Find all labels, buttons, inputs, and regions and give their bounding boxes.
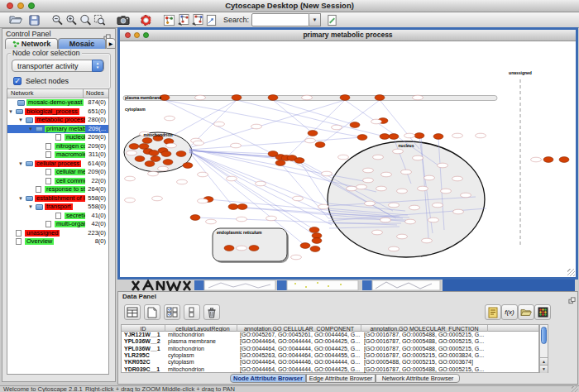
tree-row[interactable]: mosaic-demo-yeast874(0)	[7, 98, 108, 108]
zoom-in-icon[interactable]	[65, 13, 79, 26]
search-options-icon[interactable]	[325, 13, 339, 26]
table-row[interactable]: YPL036W__1mitochondrion[GO:0044464, GO:0…	[122, 346, 538, 352]
tree-row-node-count: 311(0)	[89, 151, 106, 160]
network-view-frame[interactable]: primary metabolic process plasma membran…	[117, 27, 578, 280]
node-label-oval	[531, 157, 542, 162]
attribute-browser-tab[interactable]: Node Attribute Browser	[230, 374, 306, 383]
node-label-oval	[237, 217, 247, 222]
table-cell: [GO:0045263, GO:0044464, GO:0044455, G..…	[237, 352, 361, 359]
table-row[interactable]: YKR052Ccytoplasm[GO:0044464, GO:0044446,…	[122, 359, 538, 366]
tab-network[interactable]: Network	[5, 38, 58, 49]
tree-row[interactable]: ▼cellular process614(0)	[7, 160, 108, 169]
unselect-attributes-icon[interactable]	[184, 304, 200, 320]
network-resize-grip[interactable]	[567, 269, 575, 276]
tree-row[interactable]: multi-organism pro42(0)	[7, 220, 108, 229]
attribute-table[interactable]: YJR121W__1mitochondrion[GO:0045267, GO:0…	[121, 332, 539, 373]
network-node	[249, 246, 259, 251]
snapshot-camera-icon[interactable]	[116, 13, 130, 26]
attribute-browser-tab[interactable]: Edge Attribute Browser	[306, 374, 376, 383]
node-label-oval	[177, 179, 188, 184]
network-node	[294, 158, 304, 164]
table-row[interactable]: YJR121W__1mitochondrion[GO:0045267, GO:0…	[122, 332, 538, 338]
node-label-oval	[453, 209, 464, 214]
network-canvas[interactable]: plasma membranecytoplasmmitochondrionnuc…	[120, 41, 576, 277]
expand-arrow-icon[interactable]: ▼	[28, 203, 33, 212]
tree-column-nodes: Nodes	[86, 89, 104, 97]
expand-arrow-icon[interactable]: ▼	[28, 125, 33, 134]
table-scrollbar[interactable]: ▲ ▼	[539, 324, 548, 373]
tree-row[interactable]: macromolecule311(0)	[7, 151, 108, 160]
tree-row[interactable]: ▼transport558(0)	[7, 203, 108, 212]
unassigned-label: unassigned	[509, 70, 532, 75]
search-input[interactable]	[251, 13, 309, 26]
plasma-membrane-label: plasma membrane	[125, 95, 161, 100]
delete-attribute-trash-icon[interactable]	[203, 304, 220, 320]
table-cell: plasma membrane	[165, 338, 237, 345]
network-frame-title: primary metabolic process	[120, 31, 576, 39]
network-node	[163, 160, 173, 165]
tree-row-node-count: 223(0)	[88, 229, 106, 238]
node-color-dropdown[interactable]: transporter activity ▲▼	[12, 60, 104, 72]
open-attribute-folder-icon[interactable]	[518, 304, 534, 320]
node-label-oval	[148, 171, 159, 176]
zoom-out-icon[interactable]	[50, 13, 65, 26]
save-session-icon[interactable]	[27, 13, 41, 26]
zoom-fit-icon[interactable]	[79, 13, 93, 26]
tab-scroll-right-button[interactable]: ▶	[106, 38, 116, 49]
main-toolbar: Search: ▼	[0, 12, 579, 28]
tree-row[interactable]: unassigned223(0)	[7, 229, 108, 238]
function-builder-icon[interactable]: f(x)	[501, 304, 518, 320]
tree-row[interactable]: nitrogen compo209(0)	[7, 142, 108, 151]
tree-row[interactable]: response to stimulu264(0)	[7, 185, 108, 194]
expand-arrow-icon[interactable]: ▼	[18, 194, 23, 203]
data-panel-float-icon[interactable]	[568, 293, 576, 308]
node-label-oval	[401, 170, 412, 174]
tree-row[interactable]: Overview8(0)	[7, 237, 108, 246]
select-nodes-checkbox[interactable]: ✓	[13, 77, 22, 85]
expand-arrow-icon[interactable]: ▼	[8, 108, 13, 117]
data-panel-title: Data Panel	[122, 293, 156, 300]
annotation-icon[interactable]	[204, 13, 218, 26]
table-cell: YPL036W__2	[122, 338, 165, 345]
tree-row[interactable]: nucleobase-209(0)	[7, 133, 108, 142]
tree-row-label: cellular metabo	[55, 169, 85, 175]
window-resize-grip[interactable]	[572, 385, 578, 392]
search-dropdown-button[interactable]: ▼	[309, 13, 321, 26]
table-row[interactable]: YLR295Ccytoplasm[GO:0045263, GO:0044464,…	[122, 352, 538, 359]
scrollbar-thumb[interactable]	[541, 327, 547, 344]
tree-row[interactable]: ▼primary metabo209(...	[7, 125, 108, 134]
tree-row[interactable]: secretion41(0)	[7, 212, 108, 221]
network-node	[414, 133, 424, 139]
new-attribute-icon[interactable]	[144, 304, 160, 320]
network-frame-titlebar[interactable]: primary metabolic process	[120, 30, 576, 41]
expand-arrow-icon[interactable]: ▼	[18, 160, 23, 169]
table-row[interactable]: YPL036W__2plasma membrane[GO:0044464, GO…	[122, 338, 538, 345]
table-row[interactable]: YDR039C__1mitochondrion[GO:0044464, GO:0…	[122, 366, 538, 373]
help-ring-icon[interactable]	[139, 13, 153, 26]
file-icon	[16, 238, 22, 245]
select-attributes-icon[interactable]	[164, 304, 180, 320]
formula-notes-icon[interactable]	[485, 304, 501, 320]
zoom-selected-region-icon[interactable]	[93, 13, 107, 26]
attribute-browser-tab[interactable]: Network Attribute Browser	[376, 374, 460, 383]
tab-mosaic-label: Mosaic	[69, 40, 95, 48]
node-label-oval	[251, 124, 262, 129]
expand-arrow-icon[interactable]: ▼	[18, 116, 23, 125]
open-session-icon[interactable]	[8, 13, 22, 26]
table-cell: [GO:0016787, GO:0005215, GO:0003824, G..…	[361, 352, 488, 359]
tree-row[interactable]: ▼biological_process651(0)	[7, 108, 108, 117]
network-overview-icon[interactable]	[162, 13, 176, 26]
apply-vizmap-icon[interactable]	[190, 13, 204, 26]
tree-row[interactable]: ▼establishment of lo558(0)	[7, 194, 108, 203]
node-label-oval	[198, 172, 208, 177]
scroll-down-button[interactable]: ▼	[540, 365, 548, 373]
network-node	[232, 95, 242, 101]
attribute-matrix-icon[interactable]	[534, 304, 551, 320]
tree-row[interactable]: cell communicat22(0)	[7, 177, 108, 186]
tree-row[interactable]: cellular metabo209(0)	[7, 168, 108, 177]
network-graph[interactable]: plasma membranecytoplasmmitochondrionnuc…	[120, 41, 576, 277]
attribute-table-icon[interactable]	[124, 304, 141, 320]
tab-mosaic[interactable]: Mosaic	[58, 38, 106, 49]
tree-row[interactable]: ▼metabolic process280(0)	[7, 116, 108, 125]
apply-layout-icon[interactable]	[176, 13, 190, 26]
